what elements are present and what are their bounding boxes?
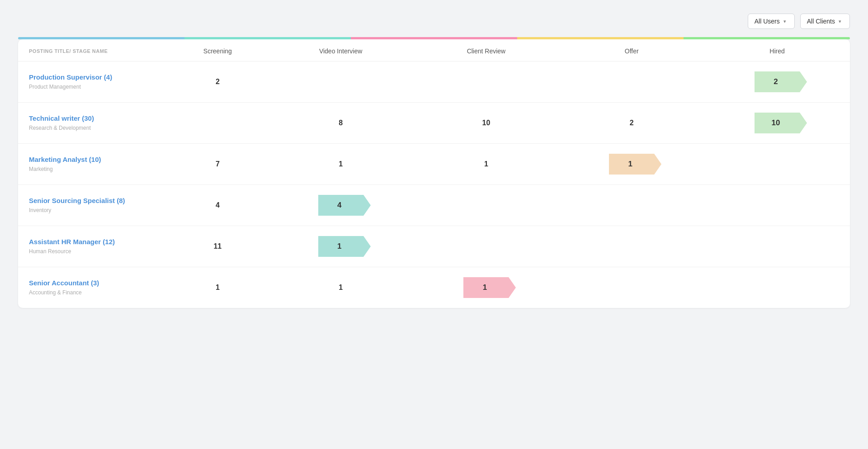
video-badge-3: 4 [318, 195, 363, 216]
client-cell-0 [414, 61, 559, 103]
posting-title-4[interactable]: Assistant HR Manager (12) [29, 238, 156, 246]
hired-cell-2 [704, 144, 850, 185]
color-bar-video [184, 37, 351, 39]
screening-cell-5: 1 [167, 267, 268, 308]
posting-cell-2: Marketing Analyst (10) Marketing [18, 144, 167, 185]
table-row: Senior Sourcing Specialist (8) Inventory… [18, 185, 850, 226]
top-bar: All Users ▾ All Clients ▾ [18, 14, 850, 29]
video-cell-4: 1 [268, 226, 414, 267]
all-clients-dropdown[interactable]: All Clients ▾ [800, 14, 850, 29]
all-clients-chevron: ▾ [839, 19, 841, 24]
screening-cell-2: 7 [167, 144, 268, 185]
color-bar-hired [684, 37, 850, 39]
color-bar-offer [517, 37, 684, 39]
client-cell-1: 10 [414, 103, 559, 144]
hired-cell-5 [704, 267, 850, 308]
all-users-dropdown[interactable]: All Users ▾ [748, 14, 795, 29]
hired-cell-1: 10 [704, 103, 850, 144]
pipeline-table: POSTING TITLE/ STAGE NAME Screening Vide… [18, 39, 850, 308]
posting-dept-1: Research & Development [29, 125, 91, 131]
offer-cell-2: 1 [559, 144, 704, 185]
col-offer: Offer [559, 39, 704, 61]
offer-cell-0 [559, 61, 704, 103]
offer-cell-5 [559, 267, 704, 308]
video-cell-2: 1 [268, 144, 414, 185]
posting-title-3[interactable]: Senior Sourcing Specialist (8) [29, 197, 156, 204]
video-cell-0 [268, 61, 414, 103]
color-bar-client [351, 37, 517, 39]
posting-cell-0: Production Supervisor (4) Product Manage… [18, 61, 167, 103]
offer-badge-2: 1 [609, 154, 654, 175]
client-cell-3 [414, 185, 559, 226]
col-hired: Hired [704, 39, 850, 61]
posting-dept-4: Human Resource [29, 248, 71, 255]
table-row: Assistant HR Manager (12) Human Resource… [18, 226, 850, 267]
screening-cell-0: 2 [167, 61, 268, 103]
posting-title-5[interactable]: Senior Accountant (3) [29, 279, 156, 287]
client-badge-5: 1 [463, 277, 509, 298]
video-cell-3: 4 [268, 185, 414, 226]
video-cell-5: 1 [268, 267, 414, 308]
client-cell-5: 1 [414, 267, 559, 308]
posting-cell-4: Assistant HR Manager (12) Human Resource [18, 226, 167, 267]
screening-cell-1 [167, 103, 268, 144]
hired-cell-4 [704, 226, 850, 267]
col-posting-title: POSTING TITLE/ STAGE NAME [18, 39, 167, 61]
posting-dept-5: Accounting & Finance [29, 289, 82, 296]
screening-cell-3: 4 [167, 185, 268, 226]
col-client-review: Client Review [414, 39, 559, 61]
posting-dept-0: Product Management [29, 84, 81, 90]
video-cell-1: 8 [268, 103, 414, 144]
color-bar-screening [18, 37, 184, 39]
hired-badge-1: 10 [755, 113, 800, 133]
hired-badge-0: 2 [755, 71, 800, 92]
stage-color-bar [18, 37, 850, 39]
offer-cell-4 [559, 226, 704, 267]
posting-title-1[interactable]: Technical writer (30) [29, 114, 156, 122]
posting-title-2[interactable]: Marketing Analyst (10) [29, 156, 156, 163]
client-cell-4 [414, 226, 559, 267]
table-row: Senior Accountant (3) Accounting & Finan… [18, 267, 850, 308]
table-row: Marketing Analyst (10) Marketing 7111 [18, 144, 850, 185]
client-cell-2: 1 [414, 144, 559, 185]
all-users-label: All Users [755, 18, 780, 25]
posting-cell-5: Senior Accountant (3) Accounting & Finan… [18, 267, 167, 308]
table-row: Production Supervisor (4) Product Manage… [18, 61, 850, 103]
table-header-row: POSTING TITLE/ STAGE NAME Screening Vide… [18, 39, 850, 61]
col-screening: Screening [167, 39, 268, 61]
all-users-chevron: ▾ [783, 19, 786, 24]
offer-cell-1: 2 [559, 103, 704, 144]
screening-cell-4: 11 [167, 226, 268, 267]
posting-cell-1: Technical writer (30) Research & Develop… [18, 103, 167, 144]
offer-cell-3 [559, 185, 704, 226]
table-row: Technical writer (30) Research & Develop… [18, 103, 850, 144]
pipeline-table-wrapper: POSTING TITLE/ STAGE NAME Screening Vide… [18, 39, 850, 308]
posting-dept-2: Marketing [29, 166, 53, 172]
col-video-interview: Video Interview [268, 39, 414, 61]
posting-title-0[interactable]: Production Supervisor (4) [29, 73, 156, 81]
hired-cell-0: 2 [704, 61, 850, 103]
posting-cell-3: Senior Sourcing Specialist (8) Inventory [18, 185, 167, 226]
posting-dept-3: Inventory [29, 207, 51, 213]
all-clients-label: All Clients [807, 18, 835, 25]
video-badge-4: 1 [318, 236, 363, 257]
hired-cell-3 [704, 185, 850, 226]
